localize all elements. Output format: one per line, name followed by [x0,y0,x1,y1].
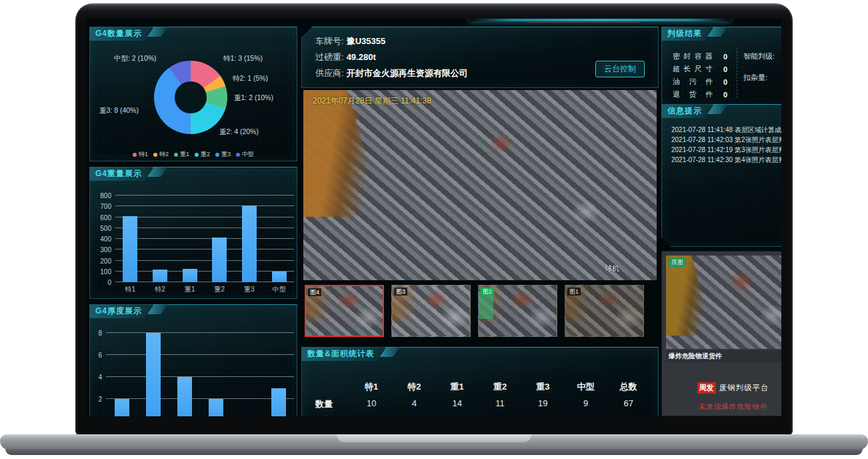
panel-vehicle-info: 车牌号:豫U35355 过磅重:49.280t 供应商:开封市金火源再生资源有限… [301,27,659,88]
x-category-label: 重3 [235,285,265,294]
supplier-value: 开封市金火源再生资源有限公司 [347,68,468,78]
stats-header-cell: 特1 [350,378,393,396]
thumbnail-badge: 图4 [308,288,321,296]
panel-messages-title: 信息提示 [661,104,713,118]
laptop-screen: G4数量展示 特1: 3 (15%) 特2: 1 (5%) 重1: 2 (10%… [87,19,781,416]
brand-logo-badge: 周发 [697,382,716,394]
y-tick-label: 500 [100,224,111,232]
stats-cell: 19 [521,396,564,413]
x-category-label: 重2 [205,285,235,294]
bar [123,216,137,282]
original-image-badge: 原图 [669,258,686,267]
legend-dot [133,153,137,157]
laptop-base-notch [337,434,531,442]
stats-header-cell: 特2 [393,378,435,396]
message-item: 2021-07-28 11:41:48 表层区域计算成.. [671,125,781,135]
panel-detection: 原图 爆炸危险物退货件 周发 废钢判级平台 未发现爆炸危险物件 [661,251,781,416]
stats-cell [521,413,564,416]
donut-label-zhong2: 重2: 4 (20%) [219,127,259,137]
legend-item[interactable]: 重1 [174,150,189,159]
panel-thickness-title: G4厚度展示 [89,304,153,318]
grading-item-label: 超长尺寸 [673,64,713,74]
legend-dot [215,153,219,157]
camera-label: 球机 [605,264,619,274]
message-item: 2021-07-28 11:42:19 第3张照片表层判.. [671,145,781,155]
y-tick-label: 400 [100,236,111,243]
thumbnail-3[interactable]: 图2 [478,285,557,337]
y-tick-label: 200 [100,257,111,264]
panel-weight: G4重量展示 0100200300400500600700800 特1特2重1重… [89,167,297,299]
message-item: 2021-07-28 11:42:30 第4张照片表层判.. [671,155,781,165]
x-category-label: 中型 [264,285,294,294]
grading-divider [737,47,737,98]
donut-label-te2: 特2: 1 (5%) [233,74,268,83]
weight-cats: 特1特2重1重2重3中型 [115,285,294,294]
stats-cell [564,413,607,416]
stats-row-label: 面积 [310,413,350,416]
legend-item[interactable]: 特1 [133,150,148,159]
stats-cell: 4 [393,396,435,413]
thumbnail-1[interactable]: 图4 [305,285,384,337]
weight-plot: 0100200300400500600700800 [115,195,294,282]
grading-item: 超长尺寸0 [673,64,734,74]
panel-grading: 判级结果 密封容器0超长尺寸0油污件0退货件0 智能判级:扣杂量: [661,27,781,105]
y-tick-label: 2 [98,396,102,403]
laptop-mockup: G4数量展示 特1: 3 (15%) 特2: 1 (5%) 重1: 2 (10%… [0,0,868,459]
excavator-arm-region [666,256,713,336]
grading-item-label: 油污件 [673,77,713,87]
stats-row-label: 数量 [310,396,350,413]
main-camera-image[interactable]: 2021年07月28日 星期三 11:41:38 球机 [303,90,657,280]
detection-caption: 爆炸危险物退货件 [666,350,781,362]
legend-item[interactable]: 中型 [236,150,254,159]
panel-stats-title: 数量&面积统计表 [301,347,385,361]
y-tick-label: 700 [100,203,111,210]
bar [115,399,129,416]
stats-cell [350,413,393,416]
legend-dot [195,153,199,157]
brand-name: 废钢判级平台 [719,383,769,393]
panel-quantity: G4数量展示 特1: 3 (15%) 特2: 1 (5%) 重1: 2 (10%… [89,27,297,161]
bar [177,377,192,416]
header-glow-decoration [470,19,730,21]
stats-header-cell [310,378,350,396]
plate-line: 车牌号:豫U35355 [315,35,385,47]
stats-header-cell: 重1 [436,378,479,396]
weigh-line: 过磅重:49.280t [315,51,376,63]
thumbnail-4[interactable]: 图1 [565,285,644,337]
y-tick-label: 8 [98,330,102,337]
detection-alert-text: 未发现爆炸危险物件 [662,402,781,412]
stats-cell: 10 [350,396,393,413]
grading-right: 智能判级:扣杂量: [743,51,775,94]
grading-item-value: 0 [723,65,727,73]
plate-value: 豫U35355 [347,36,386,46]
x-category-label: 特2 [145,285,175,294]
grading-right-label: 扣杂量: [743,73,775,83]
grading-item: 退货件0 [673,89,734,99]
bar [146,333,161,416]
grading-item: 油污件0 [673,77,734,87]
legend-item[interactable]: 重3 [215,150,231,159]
donut-hole [175,81,207,113]
panel-thickness: G4厚度展示 02468 特1特2重1重2重3中型 [89,304,297,416]
grading-item-value: 0 [723,78,727,86]
donut-label-zhong1: 重1: 2 (10%) [234,93,273,103]
ptz-control-button[interactable]: 云台控制 [595,61,645,77]
weigh-label: 过磅重: [315,52,344,62]
grading-item-value: 0 [723,91,727,99]
thumbnail-badge: 图1 [567,288,581,296]
y-tick-label: 4 [98,374,102,381]
y-tick-label: 6 [98,352,102,359]
legend-item[interactable]: 特2 [153,150,169,159]
bar [153,270,167,282]
stats-cell: 67 [607,396,650,413]
thumbnail-2[interactable]: 图3 [391,285,471,337]
excavator-arm-region [303,90,383,217]
legend-item[interactable]: 重2 [195,150,210,159]
panel-stats: 数量&面积统计表 特1特2重1重2重3中型总数数量104141119967面积 [301,347,659,416]
thumbnail-badge: 图3 [394,288,407,296]
grading-right-label: 智能判级: [743,51,775,61]
stats-cell [479,413,521,416]
stats-cell [436,413,479,416]
detection-image[interactable]: 原图 [666,256,781,349]
stats-cell: 11 [479,396,521,413]
